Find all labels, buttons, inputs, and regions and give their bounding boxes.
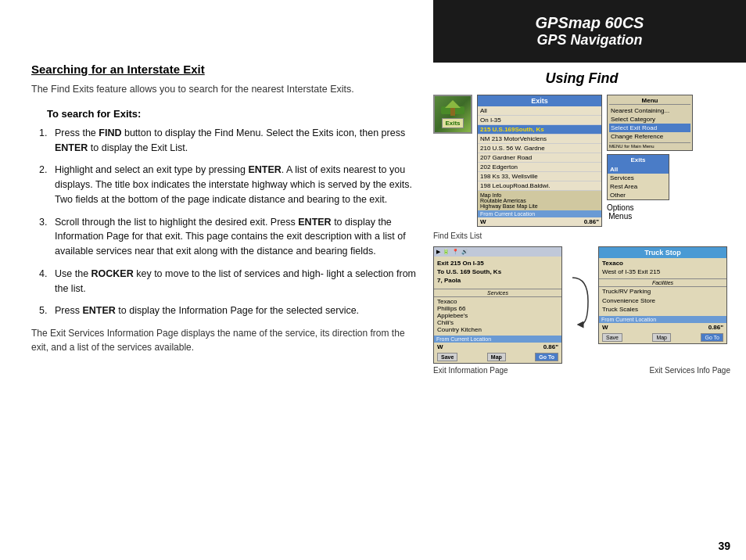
step-num-5: 5. [39,303,47,318]
truck-stop-location: West of I-35 Exit 215 [599,268,726,278]
options-label: Options [607,203,633,212]
options-menu-screen: Menu Nearest Containing... Select Catego… [607,95,693,151]
exits-row-3: 210 U.S. 56 W. Gardne [478,144,601,153]
page-number: 39 [718,540,730,552]
options-submenu-col: Menu Nearest Containing... Select Catego… [607,95,693,221]
map-row2: Highway Base Map Lite [480,203,599,209]
svg-rect-2 [450,108,455,116]
opt-nearest: Nearest Containing... [609,106,690,115]
map-row1: Routable Americas [480,198,599,203]
exits-list-header: Exits [478,95,601,106]
exits-row-2: NM 213 MotorVehiclens [478,135,601,144]
enter-keyword-2: ENTER [248,164,281,175]
service-phillips: Phillips 66 [434,305,561,312]
exits-list-screen: Exits All On I-35 215 U.S.169South, Ks N… [477,95,602,227]
facility-1: Truck/RV Parking [599,287,726,296]
top-icon-1: ▶ [436,249,440,255]
header-subtitle: GPS Navigation [536,32,642,48]
goto-btn-2[interactable]: Go To [701,333,723,342]
svg-marker-1 [445,100,461,108]
from-loc: From Current Location [478,210,601,217]
service-applebees: Applebee's [434,312,561,319]
facility-3: Truck Scales [599,305,726,314]
steps-list: 1. Press the FIND button to display the … [39,126,422,318]
exits-icon: Exits [433,95,472,134]
exit-dist: 0.86" [543,343,558,350]
top-icon-4: 🔊 [461,249,468,255]
service-chilis: Chili's [434,319,561,326]
step-1: 1. Press the FIND button to display the … [39,126,422,156]
opt-category: Select Category [609,115,690,124]
subsection-title: To search for Exits: [47,108,422,120]
right-panel: Using Find Exits Exits All On I-35 215 U… [433,70,730,375]
exit-info-screen: ▶ 🔋 📍 🔊 Exit 215 On I-35 To U.S. 169 Sou… [433,246,562,364]
top-captions: Find Exits List [433,232,730,240]
distance-row: W 0.86" [478,217,601,226]
find-keyword-1: FIND [99,127,121,138]
distance: 0.86" [584,218,599,225]
options-labels: Options Menus [607,203,633,221]
section-title: Searching for an Interstate Exit [31,63,422,76]
step-5: 5. Press ENTER to display the Informatio… [39,303,422,318]
ts-bearing: W [602,324,608,331]
exit-info-distance: W 0.86" [434,343,561,351]
goto-btn-1[interactable]: Go To [535,353,558,361]
sub-row-services: Services [608,174,669,182]
exit-info-text: Exit 215 On I-35 To U.S. 169 South, Ks 7… [434,257,561,288]
truck-stop-name: Texaco [599,258,726,268]
exit-info-buttons: Save Map Go To [434,351,561,363]
exits-row-all: All [478,106,601,116]
map-btn-1[interactable]: Map [487,353,506,361]
exits-submenu-screen: Exits All Services Rest Area Other [607,154,669,200]
opt-change-ref: Change Reference [609,132,690,141]
rocker-keyword: ROCKER [91,268,134,279]
sub-row-all: All [608,165,669,174]
exits-row-7: 198 LeLoupRoad.Baldwi. [478,181,601,191]
header-title: GPSmap 60CS [536,14,644,32]
exit-info-from: From Current Location [434,336,561,343]
step-4: 4. Use the ROCKER key to move to the lis… [39,267,422,296]
intro-text: The Find Exits feature allows you to sea… [31,82,422,97]
enter-keyword-3: ENTER [298,217,331,228]
ts-dist: 0.86" [708,324,723,331]
ts-from: From Current Location [599,316,726,323]
sub-row-other: Other [608,191,669,199]
exits-label: Exits [442,118,463,128]
ts-distance: W 0.86" [599,323,726,332]
exit-services-caption: Exit Services Info Page [650,366,730,375]
facility-2: Convenience Store [599,296,726,305]
exits-row-on: On I-35 [478,116,601,125]
save-btn-2[interactable]: Save [602,333,622,342]
footer-note: The Exit Services Information Page displ… [31,326,422,354]
submenu-header: Exits [608,155,669,165]
facilities-header: Facilities [599,278,726,287]
exits-list-caption: Find Exits List [433,232,482,240]
top-screens-row: Exits Exits All On I-35 215 U.S.169South… [433,95,730,227]
exits-row-1: 215 U.S.169South, Ks [478,125,601,135]
opt-exit-road: Select Exit Road [609,124,690,132]
exits-row-4: 207 Gardner Road [478,153,601,163]
map-btn-2[interactable]: Map [652,333,671,342]
step-num-2: 2. [39,163,47,178]
top-icon-3: 📍 [452,249,459,255]
options-menu-title: Menu [609,97,690,105]
map-info-label: Map Info [480,192,599,198]
menus-label: Menus [607,212,633,221]
save-btn-1[interactable]: Save [437,353,457,361]
exits-row-5: 202 Edgerton [478,163,601,172]
connecting-arrow [568,270,592,332]
ts-buttons: Save Map Go To [599,332,726,343]
bottom-screens-row: ▶ 🔋 📍 🔊 Exit 215 On I-35 To U.S. 169 Sou… [433,246,730,364]
step-num-1: 1. [39,126,47,141]
map-info: Map Info Routable Americas Highway Base … [478,191,601,210]
step-num-3: 3. [39,215,47,230]
exit-bearing: W [437,343,443,350]
step-3: 3. Scroll through the list to highlight … [39,215,422,259]
truck-stop-screen: Truck Stop Texaco West of I-35 Exit 215 … [598,246,727,344]
enter-keyword-1: ENTER [55,142,88,153]
step-2: 2. Highlight and select an exit type by … [39,163,422,206]
menu-label: MENU for Main Menu [609,142,690,149]
service-texaco: Texaco [434,298,561,305]
exits-row-1-text: 215 U.S.169South, Ks [480,126,544,133]
service-country: Country Kitchen [434,326,561,333]
